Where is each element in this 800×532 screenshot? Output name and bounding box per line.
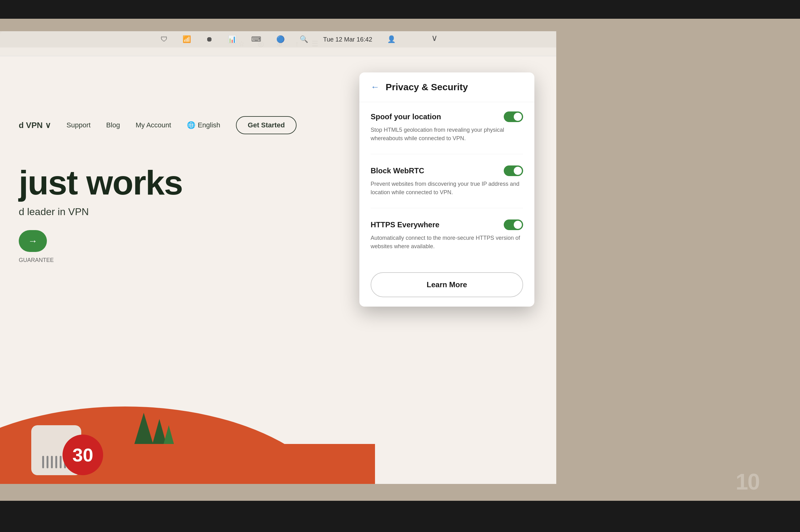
- spoof-location-setting: Spoof your location Stop HTML5 geolocati…: [370, 112, 523, 143]
- search-icon: 🔍: [300, 35, 308, 43]
- shield-icon: 🛡: [161, 35, 167, 43]
- spoof-location-label: Spoof your location: [370, 112, 441, 121]
- nav-logo-text: d VPN ∨: [19, 120, 51, 130]
- stripe-4: [55, 456, 57, 468]
- nav-my-account[interactable]: My Account: [135, 121, 171, 129]
- spoof-location-row: Spoof your location: [370, 112, 523, 122]
- hero-subtitle: d leader in VPN: [19, 206, 356, 217]
- hero-title: just works: [19, 166, 356, 200]
- panel-body: Spoof your location Stop HTML5 geolocati…: [359, 102, 534, 271]
- panel-header: ← Privacy & Security: [359, 72, 534, 102]
- privacy-security-panel: ← Privacy & Security Spoof your location…: [359, 72, 534, 307]
- calendar-number: 30: [73, 444, 93, 466]
- nav-english[interactable]: 🌐 English: [187, 121, 220, 129]
- record-icon: ⏺: [206, 35, 213, 43]
- watermark: 10: [735, 469, 759, 495]
- https-everywhere-toggle[interactable]: [504, 220, 523, 230]
- spoof-location-toggle[interactable]: [504, 112, 523, 122]
- keyboard-icon: ⌨: [251, 35, 261, 43]
- guarantee-text: GUARANTEE: [19, 257, 356, 264]
- panel-collapse-chevron[interactable]: ∨: [431, 33, 438, 43]
- wifi-icon: 📶: [182, 35, 191, 43]
- nav-logo: d VPN ∨: [19, 120, 51, 130]
- site-nav: d VPN ∨ Support Blog My Account 🌐 Englis…: [0, 104, 375, 147]
- stripe-1: [42, 456, 44, 468]
- https-everywhere-label: HTTPS Everywhere: [370, 221, 439, 229]
- learn-more-button[interactable]: Learn More: [370, 272, 523, 297]
- user-icon: 👤: [387, 35, 396, 43]
- bottom-dark-bar: 10: [0, 501, 800, 532]
- panel-title: Privacy & Security: [386, 82, 468, 92]
- top-dark-bar: [0, 0, 800, 19]
- https-everywhere-setting: HTTPS Everywhere Automatically connect t…: [370, 220, 523, 251]
- panel-footer: Learn More: [370, 272, 523, 297]
- chart-icon: 📊: [228, 35, 236, 43]
- bluetooth-icon: 🔵: [276, 35, 285, 43]
- nav-support[interactable]: Support: [67, 121, 91, 129]
- nav-english-label: English: [198, 121, 220, 129]
- globe-icon: 🌐: [187, 121, 195, 129]
- nav-blog[interactable]: Blog: [106, 121, 120, 129]
- block-webrtc-label: Block WebRTC: [370, 166, 424, 175]
- back-icon[interactable]: ←: [370, 82, 379, 92]
- https-everywhere-row: HTTPS Everywhere: [370, 220, 523, 230]
- divider-2: [370, 208, 523, 208]
- stripe-5: [60, 456, 61, 468]
- calendar-number-badge: 30: [62, 435, 103, 475]
- stripe-2: [47, 456, 49, 468]
- spoof-location-desc: Stop HTML5 geolocation from revealing yo…: [370, 126, 523, 143]
- mac-menubar: 🛡 📶 ⏺ 📊 ⌨ 🔵 🔍 Tue 12 Mar 16:42 👤: [0, 31, 556, 48]
- hero-section: just works d leader in VPN → GUARANTEE: [0, 147, 375, 282]
- hero-cta-button[interactable]: →: [19, 230, 47, 252]
- divider-1: [370, 154, 523, 154]
- datetime: Tue 12 Mar 16:42: [323, 36, 372, 43]
- get-started-button[interactable]: Get Started: [236, 116, 297, 134]
- arrow-right-icon: →: [28, 236, 37, 246]
- https-everywhere-desc: Automatically connect to the more-secure…: [370, 234, 523, 251]
- website-content: d VPN ∨ Support Blog My Account 🌐 Englis…: [0, 104, 375, 484]
- illustration-area: 30: [0, 313, 375, 484]
- block-webrtc-row: Block WebRTC: [370, 166, 523, 176]
- block-webrtc-desc: Prevent websites from discovering your t…: [370, 180, 523, 197]
- block-webrtc-toggle[interactable]: [504, 166, 523, 176]
- block-webrtc-setting: Block WebRTC Prevent websites from disco…: [370, 166, 523, 197]
- stripe-3: [51, 456, 53, 468]
